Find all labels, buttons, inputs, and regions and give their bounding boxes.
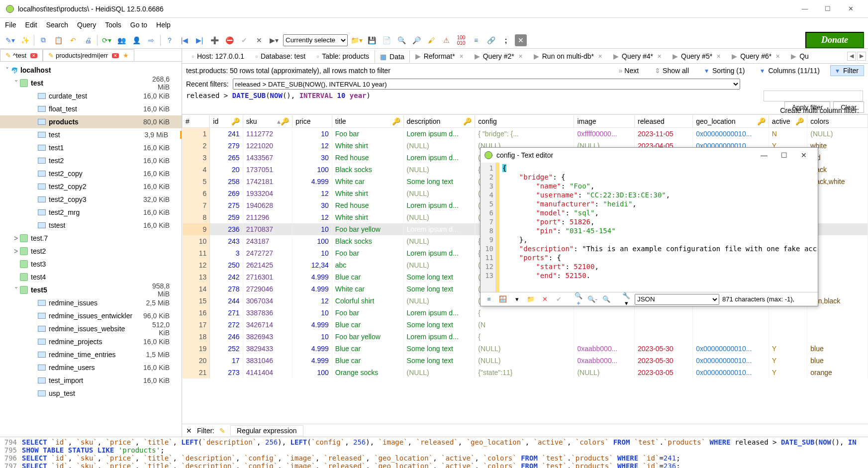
- toolbar-folder-icon[interactable]: 📁▾: [351, 34, 363, 46]
- tree-table-usp_test[interactable]: usp_test: [0, 387, 182, 400]
- popup-maximize-button[interactable]: ☐: [774, 151, 794, 159]
- format-select[interactable]: JSON: [635, 294, 719, 305]
- toolbar-undo-icon[interactable]: ↶: [67, 34, 79, 46]
- table-row[interactable]: 201738310464.999Blue carSome long text(N…: [183, 355, 868, 367]
- toolbar-selection-dropdown[interactable]: Currently selecte: [283, 34, 348, 46]
- tree-table-test2_mrg[interactable]: test2_mrg16,0 KiB: [0, 206, 182, 219]
- donate-button[interactable]: Donate: [805, 32, 864, 48]
- tree-table-redmine_issues[interactable]: redmine_issues2,5 MiB: [0, 296, 182, 309]
- session-tab-products[interactable]: ✎products|redmi|err✕★: [43, 49, 134, 61]
- showall-button[interactable]: ⇕Show all: [649, 65, 694, 76]
- close-icon[interactable]: ✕: [112, 53, 119, 58]
- toolbar-user-icon[interactable]: 👤: [130, 34, 142, 46]
- maximize-button[interactable]: ☐: [816, 5, 839, 12]
- editor-content[interactable]: { "bridge": { "name": "Foo", "username":…: [499, 163, 818, 292]
- tab-query--2-[interactable]: ▶Query #2*✕: [469, 50, 528, 63]
- tab-query--6-[interactable]: ▶Query #6*✕: [726, 50, 785, 63]
- toolbar-print-icon[interactable]: 🖨: [82, 34, 94, 46]
- toolbar-run-icon[interactable]: ▶▾: [268, 34, 280, 46]
- tab-table--products[interactable]: ▫Table: products: [311, 50, 375, 63]
- col-image[interactable]: image: [574, 115, 635, 128]
- toolbar-export-icon[interactable]: ⇨: [145, 34, 157, 46]
- table-row[interactable]: 1727234267144.999Blue carSome long text(…: [183, 319, 868, 331]
- tab-data[interactable]: ▦Data: [375, 50, 410, 63]
- tree-table-redmine_projects[interactable]: redmine_projects16,0 KiB: [0, 335, 182, 348]
- tree-table-test_import[interactable]: test_import16,0 KiB: [0, 374, 182, 387]
- popup-close-button[interactable]: ✕: [794, 151, 814, 159]
- tree-table-tstest[interactable]: tstest16,0 KiB: [0, 219, 182, 232]
- wrap-icon[interactable]: ≡: [483, 295, 494, 303]
- toolbar-check-icon[interactable]: ✔: [238, 34, 250, 46]
- toolbar-refresh-icon[interactable]: ⟳▾: [100, 34, 112, 46]
- toolbar-cancel-icon[interactable]: ✕: [253, 34, 265, 46]
- close-icon[interactable]: ✕: [518, 53, 523, 60]
- toolbar-add-icon[interactable]: ➕: [208, 34, 220, 46]
- toolbar-copy-icon[interactable]: ⧉: [37, 34, 49, 46]
- tree-table-redmine_time_entries[interactable]: redmine_time_entries1,5 MiB: [0, 348, 182, 361]
- toolbar-find2-icon[interactable]: 🔎: [410, 34, 422, 46]
- toolbar-first-icon[interactable]: |◀: [179, 34, 191, 46]
- tab-run-on-multi-db-[interactable]: ▶Run on multi-db*✕: [528, 50, 608, 63]
- tree-table-redmine_users[interactable]: redmine_users16,0 KiB: [0, 361, 182, 374]
- tab-scroll-right[interactable]: ▶: [857, 52, 866, 61]
- tree-table-redmine_issues_website[interactable]: redmine_issues_website512,0 KiB: [0, 322, 182, 335]
- recent-filters-select[interactable]: released > DATE_SUB(NOW(), INTERVAL 10 y…: [233, 79, 740, 90]
- menu-search[interactable]: Search: [46, 21, 68, 29]
- col-active[interactable]: active🔑: [769, 115, 807, 128]
- table-row[interactable]: 1925238294334.999Blue carSome long text(…: [183, 343, 868, 355]
- close-icon[interactable]: ✕: [30, 53, 37, 58]
- menu-help[interactable]: Help: [156, 21, 171, 29]
- tab-reformat-[interactable]: ▶Reformat*✕: [410, 50, 469, 63]
- wrench-icon[interactable]: 🔧▾: [621, 292, 632, 307]
- tab-qu[interactable]: ▶Qu: [785, 50, 814, 63]
- tree-table-test2_copy[interactable]: test2_copy16,0 KiB: [0, 167, 182, 180]
- col-sku[interactable]: sku🔑▴: [243, 115, 292, 128]
- tree-db-test3[interactable]: test3: [0, 258, 182, 271]
- toolbar-wand-icon[interactable]: ✨: [19, 34, 31, 46]
- toolbar-wrap-icon[interactable]: ≡: [470, 34, 482, 46]
- zoom-out-icon[interactable]: 🔍-: [587, 295, 598, 303]
- zoom-reset-icon[interactable]: 🔍: [601, 295, 612, 303]
- toolbar-remove-icon[interactable]: ⛔: [223, 34, 235, 46]
- toolbar-snippet-icon[interactable]: 📄: [381, 34, 392, 46]
- session-tab-test[interactable]: ✎^test✕: [0, 49, 43, 61]
- tree-db-test5[interactable]: ˅test5958,8 MiB: [0, 283, 182, 296]
- close-icon[interactable]: ✕: [716, 53, 721, 60]
- toolbar-warn-icon[interactable]: ⚠: [440, 34, 452, 46]
- tree-table-float_test[interactable]: float_test16,0 KiB: [0, 102, 182, 115]
- menu-file[interactable]: File: [5, 21, 16, 29]
- tree-table-test2_copy2[interactable]: test2_copy216,0 KiB: [0, 180, 182, 193]
- tab-database--test[interactable]: ▫Database: test: [250, 50, 311, 63]
- table-row[interactable]: 1241111277210Foo barLorem ipsum d...{ "b…: [183, 128, 868, 140]
- table-row[interactable]: 16271338783610Foo barLorem ipsum d...{: [183, 307, 868, 319]
- windows-icon[interactable]: 🪟: [497, 295, 508, 303]
- tree-table-test1[interactable]: test116,0 KiB: [0, 141, 182, 154]
- col-title[interactable]: title🔑: [332, 115, 403, 128]
- tree-table-curdate_test[interactable]: curdate_test16,0 KiB: [0, 90, 182, 102]
- tree-db-test2[interactable]: >test2: [0, 245, 182, 258]
- menu-edit[interactable]: Edit: [25, 21, 37, 29]
- minimize-button[interactable]: —: [793, 5, 816, 12]
- popup-minimize-button[interactable]: —: [754, 151, 774, 159]
- tree-table-test2[interactable]: test216,0 KiB: [0, 154, 182, 167]
- close-icon[interactable]: ✕: [459, 53, 464, 60]
- toolbar-help-icon[interactable]: ?: [164, 34, 176, 46]
- col-description[interactable]: description🔑: [403, 115, 475, 128]
- col-price[interactable]: price: [292, 115, 332, 128]
- columns-dropdown[interactable]: Columns (11/11): [755, 65, 825, 76]
- tree-table-test2_copy3[interactable]: test2_copy332,0 KiB: [0, 193, 182, 206]
- toolbar-paste-icon[interactable]: 📋: [52, 34, 64, 46]
- table-row[interactable]: 212734141404100Orange socks(NULL){"state…: [183, 367, 868, 378]
- toolbar-find-icon[interactable]: 🔍: [395, 34, 407, 46]
- close-filter-button[interactable]: ✕: [186, 427, 192, 435]
- tree-db-test.7[interactable]: >test.7: [0, 232, 182, 245]
- next-button[interactable]: »Next: [613, 65, 645, 76]
- toolbar-pencil-icon[interactable]: ✎▾: [4, 34, 16, 46]
- col-id[interactable]: id🔑: [210, 115, 243, 128]
- close-icon[interactable]: ✕: [657, 53, 662, 60]
- toolbar-last-icon[interactable]: ▶|: [193, 34, 205, 46]
- tree-db-test[interactable]: ˅test268,6 MiB: [0, 77, 182, 90]
- tab-query--5-[interactable]: ▶Query #5*✕: [667, 50, 726, 63]
- text-editor-popup[interactable]: config - Text editor — ☐ ✕ 1234567891011…: [480, 147, 818, 306]
- sorting-dropdown[interactable]: Sorting (1): [699, 65, 750, 76]
